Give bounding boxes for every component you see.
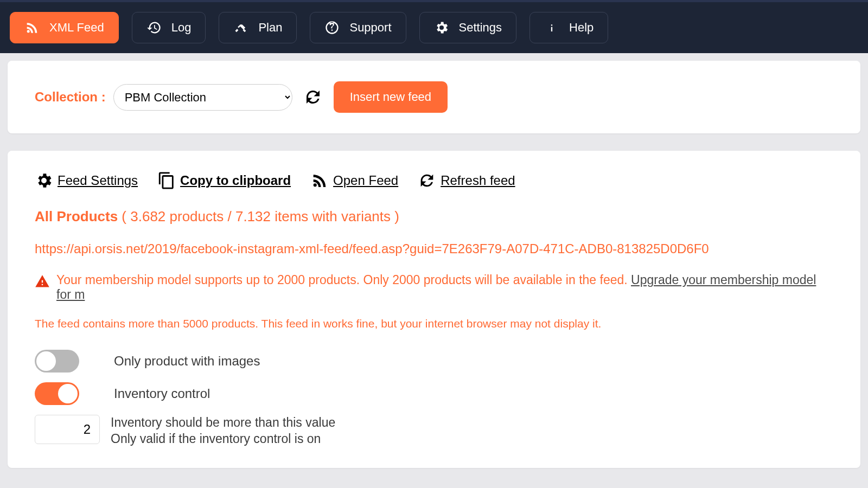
option-only-images: Only product with images [35,350,833,373]
nav-settings[interactable]: Settings [419,12,517,43]
refresh-icon [418,171,436,190]
nav-log[interactable]: Log [132,12,206,43]
nav-label: Log [171,21,192,35]
nav-label: Settings [459,21,502,35]
nav-plan[interactable]: Plan [219,12,297,43]
feed-url: https://api.orsis.net/2019/facebook-inst… [35,241,833,256]
nav-xml-feed[interactable]: XML Feed [10,12,119,43]
action-label: Open Feed [333,173,398,188]
nav-label: Support [349,21,391,35]
nav-label: Plan [258,21,282,35]
refresh-icon[interactable] [303,87,323,107]
option-inventory-control: Inventory control [35,382,833,405]
question-circle-icon [324,20,340,35]
rss-icon [310,171,329,190]
toggle-only-images[interactable] [35,350,79,373]
history-icon [146,20,162,35]
gear-icon [434,20,449,35]
nav-help[interactable]: Help [529,12,608,43]
feed-actions: Feed Settings Copy to clipboard Open Fee… [35,171,833,190]
open-feed-link[interactable]: Open Feed [310,171,398,190]
products-stats: ( 3.682 products / 7.132 items with vari… [118,208,399,224]
inventory-threshold-input[interactable] [35,415,100,444]
collection-card: Collection : PBM Collection Insert new f… [8,61,860,133]
info-icon [544,20,559,35]
warning-icon [35,274,50,289]
handshake-icon [233,20,248,35]
feed-settings-link[interactable]: Feed Settings [35,171,138,190]
rss-icon [24,20,40,35]
warning-text: Your membership model supports up to 200… [56,273,631,287]
page-content: Collection : PBM Collection Insert new f… [0,53,868,488]
products-title: All Products [35,208,118,224]
insert-new-feed-button[interactable]: Insert new feed [334,81,448,113]
nav-support[interactable]: Support [310,12,406,43]
feed-size-note: The feed contains more than 5000 product… [35,317,833,330]
option-label: Only product with images [114,354,260,369]
option-inventory-threshold: Inventory should be more than this value… [35,415,833,447]
membership-warning: Your membership model supports up to 200… [35,273,833,302]
action-label: Feed Settings [58,173,138,188]
gear-icon [35,171,53,190]
nav-label: XML Feed [49,21,104,35]
top-navigation: XML Feed Log Plan Support Settings Help [0,0,868,53]
copy-clipboard-link[interactable]: Copy to clipboard [157,171,291,190]
feed-card: Feed Settings Copy to clipboard Open Fee… [8,151,860,468]
collection-select[interactable]: PBM Collection [113,84,292,111]
nav-label: Help [569,21,593,35]
collection-label: Collection : [35,89,106,105]
copy-icon [157,171,176,190]
products-summary: All Products ( 3.682 products / 7.132 it… [35,208,833,225]
inventory-threshold-desc: Inventory should be more than this value… [111,415,335,447]
toggle-inventory-control[interactable] [35,382,79,405]
option-label: Inventory control [114,386,210,401]
action-label: Copy to clipboard [180,173,291,188]
refresh-feed-link[interactable]: Refresh feed [418,171,515,190]
action-label: Refresh feed [441,173,515,188]
